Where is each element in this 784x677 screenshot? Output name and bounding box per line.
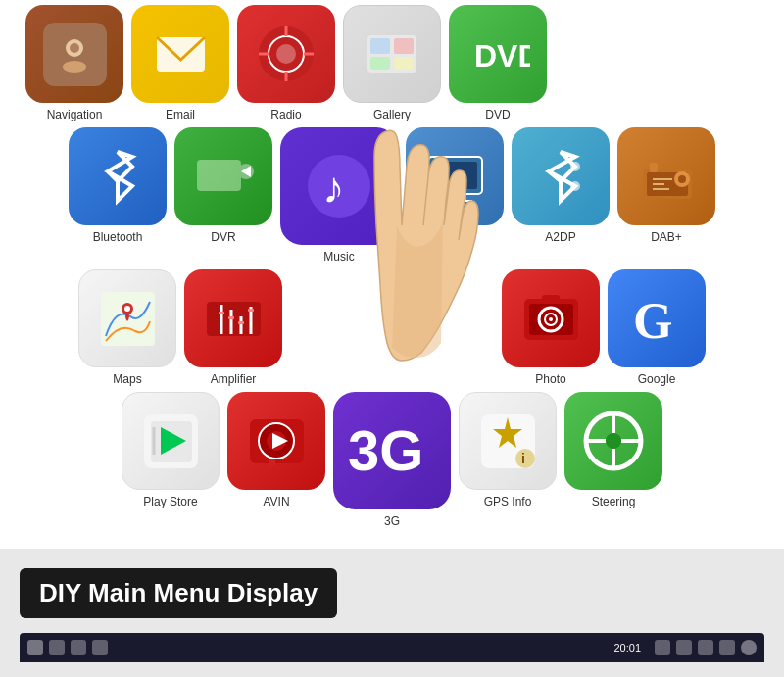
app-dab[interactable]: DAB+ bbox=[617, 127, 715, 264]
svg-rect-64 bbox=[270, 459, 275, 466]
app-gpsinfo[interactable]: i GPS Info bbox=[459, 392, 557, 528]
svg-point-67 bbox=[515, 449, 535, 468]
svg-rect-15 bbox=[394, 57, 414, 70]
bar-time: 20:01 bbox=[613, 642, 641, 653]
svg-rect-56 bbox=[542, 295, 560, 303]
back-icon[interactable] bbox=[741, 640, 757, 655]
app-navigation[interactable]: Navigation bbox=[25, 5, 123, 121]
app-dvr[interactable]: DVR bbox=[174, 127, 272, 264]
svg-rect-48 bbox=[228, 316, 234, 319]
app-grid-section: Navigation Email bbox=[0, 0, 784, 549]
svg-point-6 bbox=[276, 44, 296, 64]
screen-icon[interactable] bbox=[698, 640, 713, 655]
svg-rect-33 bbox=[650, 163, 658, 172]
signal-icon[interactable] bbox=[92, 640, 108, 655]
home-icon[interactable] bbox=[27, 640, 43, 655]
app-bluetooth[interactable]: Bluetooth bbox=[69, 127, 167, 264]
svg-rect-12 bbox=[370, 38, 390, 54]
svg-rect-50 bbox=[248, 309, 254, 312]
battery-icon bbox=[655, 640, 670, 655]
svg-text:3G: 3G bbox=[348, 418, 423, 482]
svg-rect-13 bbox=[394, 38, 414, 54]
nav-icon[interactable] bbox=[49, 640, 65, 655]
svg-point-41 bbox=[124, 306, 130, 312]
svg-text:i: i bbox=[521, 451, 525, 466]
wifi-icon[interactable] bbox=[71, 640, 86, 655]
svg-text:G: G bbox=[633, 293, 672, 349]
svg-point-70 bbox=[606, 433, 621, 449]
app-a2dp[interactable]: A2DP bbox=[512, 127, 610, 264]
app-dvd[interactable]: DVD DVD bbox=[449, 5, 547, 121]
svg-text:DVD: DVD bbox=[474, 38, 530, 73]
svg-point-55 bbox=[549, 317, 553, 321]
app-3g[interactable]: 3G 3G bbox=[333, 392, 451, 528]
svg-rect-14 bbox=[370, 57, 390, 70]
svg-point-1 bbox=[63, 61, 86, 73]
app-photo[interactable]: Photo bbox=[502, 269, 600, 386]
app-playstore[interactable]: Play Store bbox=[122, 392, 220, 528]
svg-rect-49 bbox=[238, 321, 244, 324]
app-tv[interactable]: TV bbox=[406, 127, 504, 264]
app-radio[interactable]: Radio bbox=[237, 5, 335, 121]
diy-label: DIY Main Menu Display bbox=[20, 568, 337, 618]
menu-icon[interactable] bbox=[719, 640, 735, 655]
app-amplifier[interactable]: Amplifier bbox=[184, 269, 282, 386]
app-email[interactable]: Email bbox=[131, 5, 229, 121]
svg-point-30 bbox=[570, 181, 580, 191]
svg-rect-47 bbox=[219, 312, 224, 314]
svg-point-29 bbox=[570, 162, 580, 171]
app-music[interactable]: ♪ Music bbox=[280, 127, 398, 264]
svg-point-35 bbox=[678, 175, 686, 183]
svg-point-2 bbox=[70, 43, 79, 53]
bottom-bar: 20:01 bbox=[20, 633, 764, 662]
svg-rect-24 bbox=[433, 162, 477, 189]
app-google[interactable]: G Google bbox=[608, 269, 706, 386]
bottom-section: DIY Main Menu Display 20:01 bbox=[0, 549, 784, 677]
svg-rect-18 bbox=[197, 160, 241, 191]
app-maps[interactable]: Maps bbox=[78, 269, 176, 386]
vol-icon[interactable] bbox=[676, 640, 692, 655]
svg-text:♪: ♪ bbox=[322, 163, 345, 213]
app-steering[interactable]: Steering bbox=[564, 392, 662, 528]
app-avin[interactable]: AVIN bbox=[227, 392, 325, 528]
app-gallery[interactable]: Gallery bbox=[343, 5, 441, 121]
